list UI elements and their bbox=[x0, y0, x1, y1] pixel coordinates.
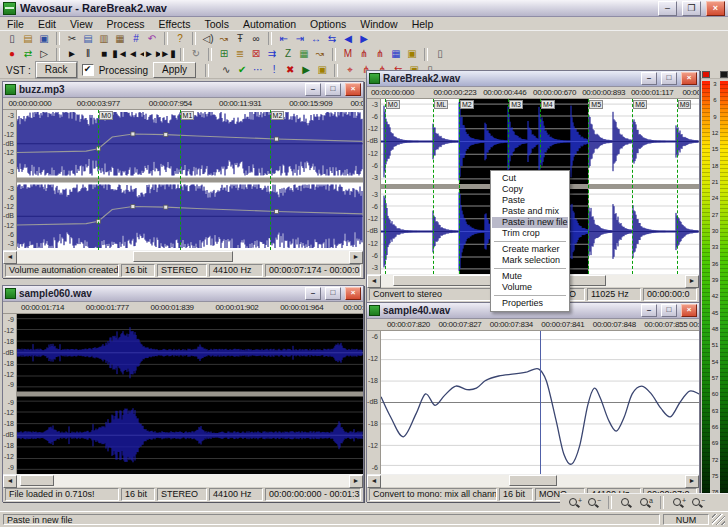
filter-b-icon[interactable]: ⋔ bbox=[372, 47, 388, 61]
scroll-left-arrow[interactable]: ◄ bbox=[3, 475, 17, 488]
scroll-track[interactable] bbox=[381, 475, 685, 487]
scroll-thumb[interactable] bbox=[20, 475, 53, 486]
close-button[interactable]: × bbox=[345, 83, 361, 96]
clip-indicator-left[interactable] bbox=[702, 71, 710, 78]
loop-icon[interactable]: ⇄ bbox=[20, 47, 36, 61]
menu-process[interactable]: Process bbox=[100, 18, 152, 30]
go-end-icon[interactable]: ►▮ bbox=[160, 47, 176, 61]
open-file-icon[interactable]: ▤ bbox=[20, 32, 36, 46]
undo-icon[interactable]: ↶ bbox=[144, 32, 160, 46]
maximize-button[interactable]: □ bbox=[325, 287, 341, 300]
marker-line-m2[interactable] bbox=[270, 110, 271, 250]
paste-special-icon[interactable]: ▦ bbox=[112, 32, 128, 46]
record-icon[interactable]: ● bbox=[4, 47, 20, 61]
scroll-right-arrow[interactable]: ► bbox=[349, 475, 363, 488]
menu-effects[interactable]: Effects bbox=[152, 18, 198, 30]
zoom-in-button[interactable]: + bbox=[566, 496, 583, 510]
new-file-icon[interactable]: ▯ bbox=[4, 32, 20, 46]
minimize-button[interactable]: – bbox=[641, 304, 657, 317]
marker-list-icon[interactable]: ≣ bbox=[232, 47, 248, 61]
play-cursor-icon[interactable]: ▷ bbox=[36, 47, 52, 61]
filter-a-icon[interactable]: ⋔ bbox=[356, 47, 372, 61]
editor-window-sample060[interactable]: sample060.wav – □ × 00:00:01:71400:00:01… bbox=[2, 285, 364, 502]
marker-line-ml[interactable] bbox=[433, 99, 434, 274]
fit-width-icon[interactable]: ↔ bbox=[308, 32, 324, 46]
marker-line-m2[interactable] bbox=[459, 99, 460, 274]
paste-icon[interactable]: ▥ bbox=[96, 32, 112, 46]
zoom-out-button[interactable]: − bbox=[585, 496, 602, 510]
marker-line-m0[interactable] bbox=[98, 110, 99, 250]
context-menu-item-volume[interactable]: Volume bbox=[492, 282, 568, 293]
link-icon[interactable]: ∞ bbox=[248, 32, 264, 46]
swap-view-icon[interactable]: ⇆ bbox=[324, 32, 340, 46]
forward-icon[interactable]: ►► bbox=[144, 47, 160, 61]
window-titlebar[interactable]: buzz.mp3 – □ × bbox=[3, 82, 363, 98]
edit-pencil-icon[interactable]: ↝ bbox=[312, 47, 328, 61]
zero-cross-icon[interactable]: Z bbox=[280, 47, 296, 61]
time-ruler[interactable]: 00:00:00:00000:00:00:22300:00:00:44600:0… bbox=[367, 87, 699, 99]
copy-icon[interactable]: ▤ bbox=[80, 32, 96, 46]
close-button[interactable]: × bbox=[681, 72, 697, 85]
window-titlebar[interactable]: RareBreak2.wav – □ × bbox=[367, 71, 699, 87]
vst-info-icon[interactable]: ! bbox=[266, 63, 282, 77]
close-button[interactable]: × bbox=[681, 304, 697, 317]
horizontal-scrollbar[interactable]: ◄ ► bbox=[367, 474, 699, 487]
waveform-display[interactable] bbox=[17, 314, 363, 474]
time-ruler[interactable]: 00:00:07:82000:00:07:82700:00:07:83400:0… bbox=[367, 319, 699, 331]
marker-m-icon[interactable]: M bbox=[340, 47, 356, 61]
context-menu-item-paste[interactable]: Paste bbox=[492, 195, 568, 206]
marker-line-m6[interactable] bbox=[632, 99, 633, 274]
minimize-button[interactable]: – bbox=[305, 83, 321, 96]
vst-remove-icon[interactable]: ✖ bbox=[282, 63, 298, 77]
playback-cursor[interactable] bbox=[540, 331, 541, 474]
resize-grip[interactable] bbox=[712, 514, 725, 525]
go-start-icon[interactable]: ▮◄ bbox=[112, 47, 128, 61]
context-menu-item-properties[interactable]: Properties bbox=[492, 298, 568, 309]
snap-icon[interactable]: # bbox=[128, 32, 144, 46]
editor-window-buzz[interactable]: buzz.mp3 – □ × 00:00:00:00000:00:03:9770… bbox=[2, 81, 364, 278]
pause-icon[interactable]: ‖ bbox=[80, 47, 96, 61]
clip-indicator-right[interactable] bbox=[720, 71, 728, 78]
marker-line-m9[interactable] bbox=[677, 99, 678, 274]
block-icon[interactable]: ▦ bbox=[388, 47, 404, 61]
context-menu-item-paste-and-mix[interactable]: Paste and mix bbox=[492, 206, 568, 217]
insert-file-icon[interactable]: ⊞ bbox=[216, 47, 232, 61]
scroll-left-arrow[interactable]: ◄ bbox=[3, 251, 17, 264]
beat-grid-icon[interactable]: ▦ bbox=[296, 47, 312, 61]
marker-line-m0[interactable] bbox=[385, 99, 386, 274]
scroll-track[interactable] bbox=[17, 251, 349, 263]
help-icon[interactable]: ? bbox=[172, 32, 188, 46]
menu-help[interactable]: Help bbox=[405, 18, 441, 30]
view-start-icon[interactable]: ⇤ bbox=[276, 32, 292, 46]
zoom-selection-button[interactable] bbox=[618, 496, 635, 510]
view-end-icon[interactable]: ⇥ bbox=[292, 32, 308, 46]
context-menu-item-trim-crop[interactable]: Trim crop bbox=[492, 228, 568, 239]
scroll-track[interactable] bbox=[17, 475, 349, 487]
horizontal-scrollbar[interactable]: ◄ ► bbox=[3, 474, 363, 487]
window-titlebar[interactable]: sample060.wav – □ × bbox=[3, 286, 363, 302]
context-menu-item-paste-in-new-file[interactable]: Paste in new file bbox=[492, 217, 568, 228]
menu-view[interactable]: View bbox=[63, 18, 100, 30]
zoom-vertical-out-button[interactable]: − bbox=[689, 496, 706, 510]
scroll-right-arrow[interactable]: ► bbox=[685, 275, 699, 288]
rack-button[interactable]: Rack bbox=[36, 62, 77, 78]
trash-icon[interactable]: ▯ bbox=[432, 47, 448, 61]
scroll-thumb[interactable] bbox=[509, 475, 558, 486]
close-button[interactable]: × bbox=[706, 1, 725, 16]
zoom-all-button[interactable]: a bbox=[637, 496, 654, 510]
editor-window-sample40[interactable]: sample40.wav – □ × 00:00:07:82000:00:07:… bbox=[366, 302, 700, 502]
vst-lock-icon[interactable]: ▣ bbox=[314, 63, 330, 77]
maximize-button[interactable]: □ bbox=[661, 72, 677, 85]
vst-window-icon[interactable]: ▶ bbox=[298, 63, 314, 77]
menu-tools[interactable]: Tools bbox=[197, 18, 236, 30]
context-menu-item-copy[interactable]: Copy bbox=[492, 184, 568, 195]
horizontal-scrollbar[interactable]: ◄ ► bbox=[3, 250, 363, 263]
minimize-button[interactable]: – bbox=[641, 72, 657, 85]
transient-icon[interactable]: ⇉ bbox=[264, 47, 280, 61]
apply-button[interactable]: Apply bbox=[153, 62, 196, 78]
next-view-icon[interactable]: ▶ bbox=[356, 32, 372, 46]
context-menu-item-create-marker[interactable]: Create marker bbox=[492, 244, 568, 255]
scroll-thumb[interactable] bbox=[133, 251, 233, 262]
restore-button[interactable]: ❐ bbox=[682, 1, 701, 16]
maximize-button[interactable]: □ bbox=[661, 304, 677, 317]
